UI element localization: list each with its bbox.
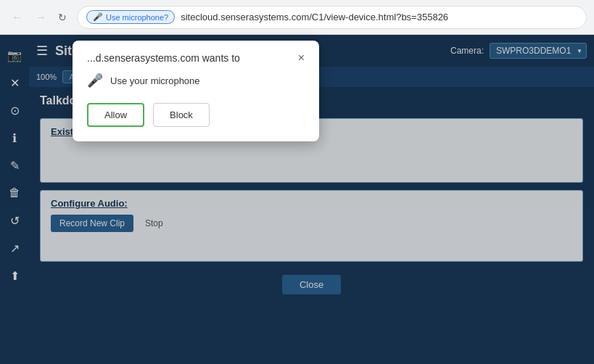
dialog-mic-icon: 🎤 (87, 73, 103, 88)
dialog-body-text: Use your microphone (110, 75, 200, 86)
address-bar: 🎤 Use microphone? sitecloud.senserasyste… (77, 6, 587, 29)
mic-permission-badge[interactable]: 🎤 Use microphone? (86, 10, 175, 24)
back-button[interactable]: ← (7, 8, 28, 27)
url-text[interactable]: sitecloud.senserasystems.com/C1/view-dev… (181, 12, 577, 22)
dialog-body: 🎤 Use your microphone (87, 73, 305, 88)
forward-button[interactable]: → (30, 8, 51, 27)
mic-icon: 🎤 (93, 12, 103, 22)
dialog-header: ...d.senserasystems.com wants to × (87, 52, 305, 64)
permission-dialog: ...d.senserasystems.com wants to × 🎤 Use… (73, 41, 319, 141)
allow-button[interactable]: Allow (87, 103, 144, 127)
mic-badge-label: Use microphone? (106, 13, 168, 22)
block-button[interactable]: Block (153, 103, 210, 127)
dialog-close-button[interactable]: × (298, 52, 305, 64)
browser-chrome: ← → ↻ 🎤 Use microphone? sitecloud.senser… (0, 0, 594, 35)
dialog-title: ...d.senserasystems.com wants to (87, 52, 240, 64)
reload-button[interactable]: ↻ (54, 9, 71, 26)
dialog-buttons: Allow Block (87, 103, 305, 127)
nav-buttons: ← → ↻ (7, 8, 71, 27)
